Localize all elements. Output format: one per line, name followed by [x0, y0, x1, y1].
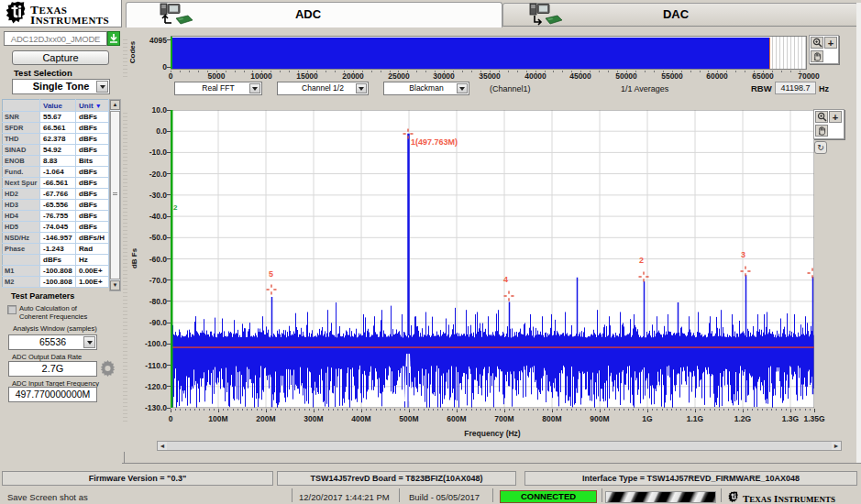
svg-text:2: 2 — [639, 256, 644, 265]
svg-text:3: 3 — [741, 250, 745, 259]
svg-text:1(497.763M): 1(497.763M) — [411, 137, 458, 147]
svg-text:4: 4 — [503, 275, 508, 284]
svg-text:2: 2 — [173, 203, 178, 212]
svg-text:5: 5 — [269, 269, 273, 279]
